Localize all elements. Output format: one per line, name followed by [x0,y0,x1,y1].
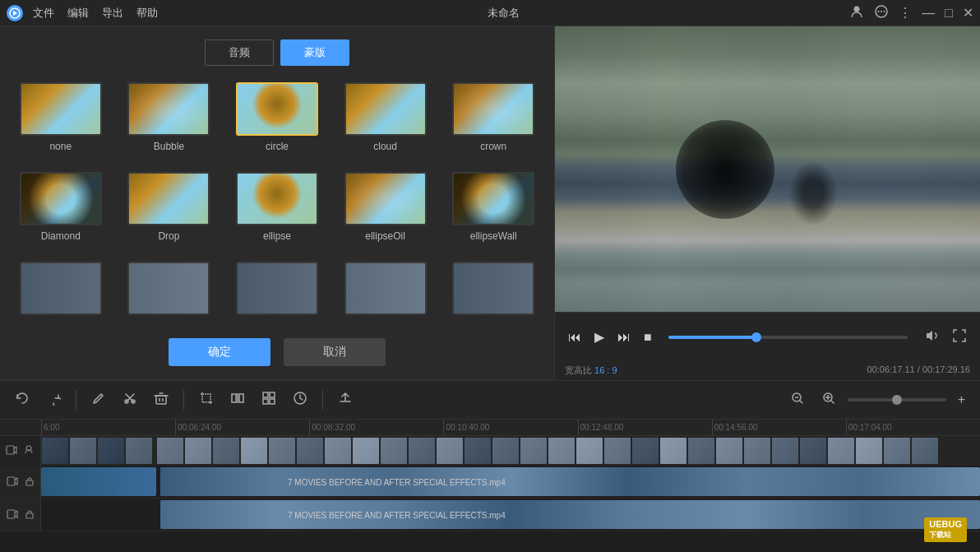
thumb-frame-10 [297,438,323,464]
video-circle-effect [676,120,774,219]
zoom-out-button[interactable] [785,386,810,414]
minimize-button[interactable]: — [922,6,935,21]
thumb-frame-24 [688,438,714,464]
track-thumb-bg-1 [160,467,980,496]
cancel-button[interactable]: 取消 [284,338,386,366]
track-thumb-bg-2 [160,500,980,529]
effect-label-diamond: Diamond [41,230,81,242]
effect-item-more1[interactable] [13,262,109,325]
track-label-2: 7 MOVIES BEFORE AND AFTER SPECIAL EFFECT… [288,510,506,519]
delete-button[interactable] [149,386,173,414]
undo-button[interactable] [10,386,35,414]
timeline-ruler: 6:00 00:06:24.00 00:08:32.00 00:10:40.00… [0,420,980,436]
play-button[interactable]: ▶ [591,326,608,348]
thumb-frame-19 [548,438,575,464]
fullscreen-button[interactable] [949,325,970,350]
effect-item-more5[interactable] [446,262,541,325]
effect-item-ellipseoil[interactable]: ellipseOil [338,172,433,252]
fast-forward-button[interactable]: ⏭ [614,327,634,348]
thumb-frame-12 [353,438,379,464]
main-content: 音频 豪版 none Bubble [0,26,980,380]
track-thumbnails-2 [160,500,980,529]
confirm-button[interactable]: 确定 [169,338,270,366]
effect-thumb-more2 [127,262,210,315]
tab-premium[interactable]: 豪版 [280,39,349,66]
track-video-icon[interactable] [4,443,19,459]
bottom-area: 6:00 00:06:24.00 00:08:32.00 00:10:40.00… [0,420,980,552]
effect-item-circle[interactable]: circle [229,82,325,162]
track-row-2: 7 MOVIES BEFORE AND AFTER SPECIAL EFFECT… [0,499,980,531]
thumb-frame-31 [884,438,910,464]
zoom-in-button[interactable] [816,386,841,414]
zoom-slider[interactable] [848,398,946,401]
titlebar-right: ⋮ — □ ✕ [849,4,973,22]
effects-panel: 音频 豪版 none Bubble [0,26,555,380]
effect-thumb-ellipseoil [344,172,427,225]
toolbar: + [0,380,980,420]
more-icon[interactable]: ⋮ [899,5,912,21]
close-button[interactable]: ✕ [963,5,973,21]
track-2-lock-btn[interactable] [23,508,36,522]
aspect-ratio-info: 宽高比 16 : 9 [565,364,617,377]
effect-thumb-circle [236,82,318,136]
menu-file[interactable]: 文件 [33,6,54,21]
track-strip-1 [41,467,156,496]
progress-thumb [751,332,761,342]
user-icon[interactable] [849,4,864,22]
menu-edit[interactable]: 编辑 [67,6,89,21]
svg-rect-26 [7,446,14,454]
effect-item-drop[interactable]: Drop [122,172,217,252]
cut-button[interactable] [118,386,142,414]
effect-thumb-cloud [344,82,427,136]
maximize-button[interactable]: □ [945,6,953,21]
volume-button[interactable] [921,325,942,350]
thumb-frame-3 [98,438,124,464]
svg-marker-1 [13,11,17,16]
effect-thumb-none [20,82,102,136]
clock-button[interactable] [288,386,312,414]
rewind-button[interactable]: ⏮ [565,327,585,348]
effect-item-diamond[interactable]: Diamond [13,172,109,252]
effect-item-ellipsewall[interactable]: ellipseWall [446,172,541,252]
zoom-thumb [892,395,902,405]
export-button[interactable] [333,386,358,414]
total-time: 00:17:29.16 [922,364,970,374]
zoom-fit-button[interactable]: + [953,387,970,412]
crop-button[interactable] [194,386,219,414]
progress-bar[interactable] [668,336,908,339]
menu-export[interactable]: 导出 [102,6,123,21]
grid-button[interactable] [257,386,281,414]
effect-item-cloud[interactable]: cloud [338,82,433,162]
track-audio-icon[interactable] [21,443,36,459]
message-icon[interactable] [874,4,889,22]
svg-rect-19 [270,399,275,404]
menu-help[interactable]: 帮助 [136,6,158,21]
pen-button[interactable] [86,386,111,414]
track-2-video-btn[interactable] [5,507,20,523]
tab-bar: 音频 豪版 [13,39,541,66]
effect-item-more2[interactable] [122,262,217,325]
tab-audio[interactable]: 音频 [205,39,274,66]
thumb-frame-26 [744,438,770,464]
track-content-1: 7 MOVIES BEFORE AND AFTER SPECIAL EFFECT… [41,466,980,498]
thumb-frame-14 [409,438,435,464]
effect-item-more3[interactable] [229,262,325,325]
track-1-video-btn[interactable] [5,474,20,490]
effect-item-more4[interactable] [338,262,433,325]
effect-item-ellipse[interactable]: ellipse [229,172,325,252]
progress-fill [668,336,757,339]
ruler-mark-3: 00:10:40.00 [443,420,577,435]
effect-item-bubble[interactable]: Bubble [122,82,217,162]
thumb-frame-2 [70,438,96,464]
split-button[interactable] [225,386,250,414]
effect-item-crown[interactable]: crown [446,82,541,162]
effect-item-none[interactable]: none [13,82,109,162]
track-label-1: 7 MOVIES BEFORE AND AFTER SPECIAL EFFECT… [288,477,506,486]
silhouette-area [788,160,838,226]
svg-point-5 [881,11,882,12]
redo-button[interactable] [41,386,66,414]
track-1-lock-btn[interactable] [23,475,36,489]
svg-rect-31 [26,513,33,518]
svg-rect-30 [7,510,15,518]
stop-button[interactable]: ■ [640,327,655,348]
